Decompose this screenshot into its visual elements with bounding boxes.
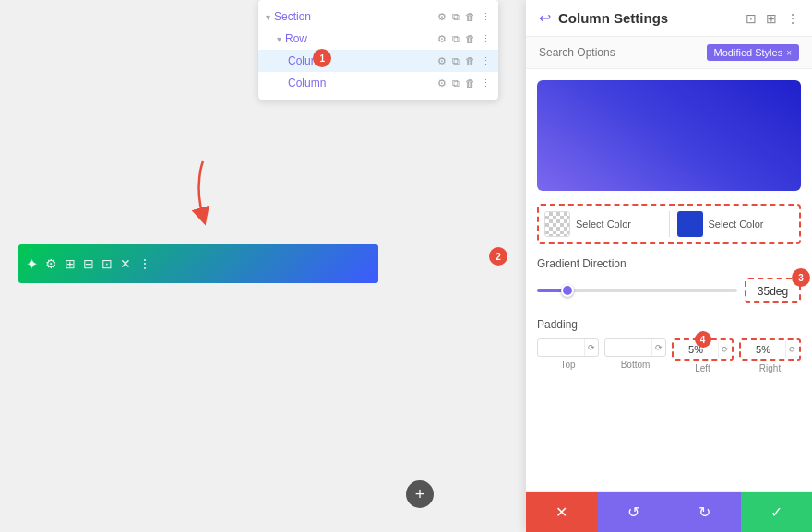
padding-item-top: ⟳ Top xyxy=(537,338,599,373)
annotation-3: 3 xyxy=(792,268,810,287)
gradient-slider-track[interactable] xyxy=(537,289,737,292)
padding-bottom-wrap: ⟳ xyxy=(604,338,666,357)
expand-icon[interactable]: ⊞ xyxy=(766,11,777,26)
undo-icon: ↺ xyxy=(627,503,639,521)
copy-icon[interactable]: ⧉ xyxy=(452,55,460,67)
padding-item-bottom: ⟳ Bottom xyxy=(604,338,666,373)
padding-bottom-value xyxy=(605,344,651,351)
gradient-preview xyxy=(537,80,801,191)
gear-icon[interactable]: ⚙ xyxy=(437,33,447,45)
tree-icons-row: ⚙ ⧉ 🗑 ⋮ xyxy=(437,33,491,45)
color-item-right: Select Color xyxy=(677,211,794,237)
more-options-icon[interactable]: ⋮ xyxy=(138,256,151,271)
tree-row-section[interactable]: ▾ Section ⚙ ⧉ 🗑 ⋮ xyxy=(258,6,498,28)
gradient-slider-thumb[interactable] xyxy=(561,284,574,297)
more-icon[interactable]: ⋮ xyxy=(786,11,799,26)
trash-icon[interactable]: 🗑 xyxy=(465,33,475,44)
save-button[interactable]: ✓ xyxy=(741,492,813,532)
padding-left-responsive-icon[interactable]: ⟳ xyxy=(718,341,732,358)
padding-right-label: Right xyxy=(759,363,781,373)
tree-icons-col1: ⚙ ⧉ 🗑 ⋮ xyxy=(437,55,491,67)
more-icon[interactable]: ⋮ xyxy=(481,11,491,23)
delete-icon[interactable]: ✕ xyxy=(120,256,131,271)
select-color-left-button[interactable]: Select Color xyxy=(576,219,631,230)
copy-icon[interactable]: ⧉ xyxy=(452,77,460,89)
padding-item-left: 5% ⟳ Left 4 xyxy=(672,338,734,373)
panel-content: Select Color Select Color Gradient Direc… xyxy=(526,69,812,491)
modified-styles-badge: Modified Styles × xyxy=(707,44,799,61)
copy-icon[interactable]: ⧉ xyxy=(452,11,460,23)
padding-top-wrap: ⟳ xyxy=(537,338,599,357)
settings-icon[interactable]: ⚙ xyxy=(45,256,57,271)
column-bar: ✦ ⚙ ⊞ ⊟ ⊡ ✕ ⋮ + xyxy=(18,244,378,283)
columns-icon[interactable]: ⊞ xyxy=(65,256,76,271)
color-selectors-row: Select Color Select Color xyxy=(537,204,801,244)
padding-item-right: 5% ⟳ Right xyxy=(739,338,801,373)
gear-icon[interactable]: ⚙ xyxy=(437,77,447,89)
padding-bottom-responsive-icon[interactable]: ⟳ xyxy=(651,339,665,356)
annotation-2: 2 xyxy=(489,247,508,266)
color-swatch-left[interactable] xyxy=(544,211,570,237)
deg-input-wrap: 3 xyxy=(745,278,801,303)
tree-row-column-1[interactable]: Column 1 ⚙ ⧉ 🗑 ⋮ xyxy=(258,50,498,72)
color-swatch-right[interactable] xyxy=(677,211,703,237)
cancel-button[interactable]: ✕ xyxy=(526,492,598,532)
annotation-arrow xyxy=(180,157,226,237)
tree-label-row: Row xyxy=(285,32,437,45)
add-icon[interactable]: ✦ xyxy=(26,255,38,273)
gear-icon[interactable]: ⚙ xyxy=(437,11,447,23)
padding-top-value xyxy=(538,344,584,351)
copy-icon[interactable]: ⧉ xyxy=(452,33,460,45)
more-icon[interactable]: ⋮ xyxy=(481,77,491,89)
modified-styles-label: Modified Styles xyxy=(714,47,783,58)
annotation-badge-1: 1 xyxy=(313,49,331,67)
more-icon[interactable]: ⋮ xyxy=(481,33,491,45)
tree-icons-section: ⚙ ⧉ 🗑 ⋮ xyxy=(437,11,491,23)
cancel-icon: ✕ xyxy=(555,503,567,521)
more-icon[interactable]: ⋮ xyxy=(481,55,491,67)
gear-icon[interactable]: ⚙ xyxy=(437,55,447,67)
padding-right-responsive-icon[interactable]: ⟳ xyxy=(785,341,799,358)
padding-grid: ⟳ Top ⟳ Bottom xyxy=(537,338,801,373)
clear-modified-button[interactable]: × xyxy=(786,48,792,58)
tree-arrow: ▾ xyxy=(277,34,281,44)
panel-title: Column Settings xyxy=(558,10,746,26)
select-color-right-button[interactable]: Select Color xyxy=(709,219,764,230)
right-panel: ↩ Column Settings ⊡ ⊞ ⋮ Modified Styles … xyxy=(526,0,812,532)
active-col-label: Column 1 xyxy=(288,54,326,67)
tree-panel: ▾ Section ⚙ ⧉ 🗑 ⋮ ▾ Row ⚙ ⧉ 🗑 ⋮ xyxy=(258,0,498,100)
layout-icon[interactable]: ⊟ xyxy=(83,256,94,271)
redo-button[interactable]: ↻ xyxy=(669,492,741,532)
padding-top-responsive-icon[interactable]: ⟳ xyxy=(584,339,598,356)
color-item-left: Select Color xyxy=(544,211,662,237)
tree-label-column-2: Column xyxy=(288,77,437,89)
padding-label: Padding xyxy=(537,318,801,331)
expand-icon[interactable]: ⊡ xyxy=(102,256,113,271)
panel-header: ↩ Column Settings ⊡ ⊞ ⋮ xyxy=(526,0,812,37)
tree-row-row[interactable]: ▾ Row ⚙ ⧉ 🗑 ⋮ xyxy=(258,28,498,50)
trash-icon[interactable]: 🗑 xyxy=(465,55,475,66)
tree-label-section: Section xyxy=(274,10,437,23)
search-bar: Modified Styles × xyxy=(526,37,812,69)
trash-icon[interactable]: 🗑 xyxy=(465,77,475,89)
save-icon: ✓ xyxy=(770,503,782,521)
responsive-icon[interactable]: ⊡ xyxy=(746,11,757,26)
column-bar-icons: ✦ ⚙ ⊞ ⊟ ⊡ ✕ ⋮ xyxy=(26,255,151,273)
padding-bottom-label: Bottom xyxy=(621,360,651,370)
undo-button[interactable]: ↺ xyxy=(598,492,670,532)
back-icon[interactable]: ↩ xyxy=(539,9,551,27)
tree-row-column-2[interactable]: Column ⚙ ⧉ 🗑 ⋮ xyxy=(258,72,498,94)
padding-top-label: Top xyxy=(560,360,575,370)
tree-arrow: ▾ xyxy=(266,12,270,22)
bottom-action-bar: ✕ ↺ ↻ ✓ xyxy=(526,491,812,532)
annotation-4: 4 xyxy=(695,331,711,348)
tree-label-column-1: Column 1 xyxy=(288,54,434,67)
add-column-button[interactable]: + xyxy=(406,480,434,508)
padding-section: Padding ⟳ Top ⟳ xyxy=(537,318,801,377)
header-icons: ⊡ ⊞ ⋮ xyxy=(746,11,799,26)
deg-input[interactable] xyxy=(752,285,794,298)
trash-icon[interactable]: 🗑 xyxy=(465,11,475,22)
search-input[interactable] xyxy=(539,46,707,59)
gradient-direction-label: Gradient Direction xyxy=(537,257,801,270)
gradient-slider-row: 3 xyxy=(537,278,801,303)
